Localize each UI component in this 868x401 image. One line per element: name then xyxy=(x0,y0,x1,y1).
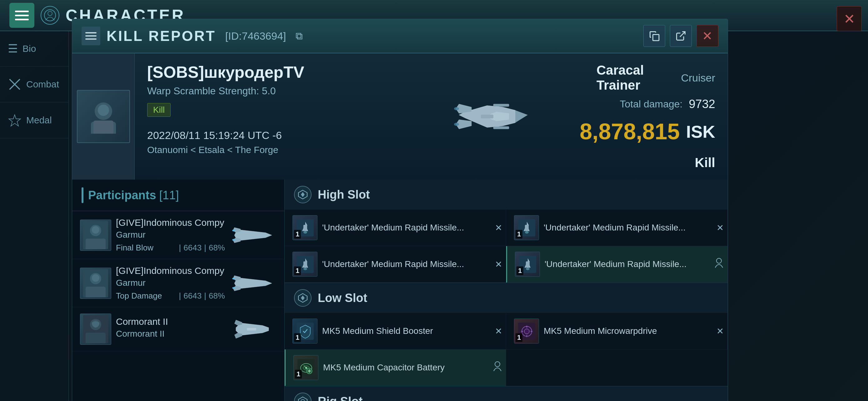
svg-point-26 xyxy=(232,278,235,279)
svg-line-6 xyxy=(680,32,685,37)
participants-title: Participants xyxy=(88,189,156,202)
character-icon xyxy=(41,6,59,25)
participant-item-3[interactable]: Cormorant II Cormorant II xyxy=(72,307,284,352)
svg-rect-15 xyxy=(481,114,493,119)
svg-point-51 xyxy=(524,329,529,334)
top-damage-label: Top Damage xyxy=(116,291,162,301)
cap-battery-icon: 1 xyxy=(293,355,318,380)
player-name: [SOBS]шкуродерTV xyxy=(147,63,384,81)
low-slot-section: Low Slot 1 MK5 Medium Shiel xyxy=(285,283,728,386)
svg-point-25 xyxy=(92,274,99,282)
low-slot-icon xyxy=(294,289,312,307)
svg-rect-11 xyxy=(493,104,509,106)
menu-button[interactable] xyxy=(9,3,34,28)
close-x-icon: ✕ xyxy=(702,29,713,43)
item-qty-hs3: 1 xyxy=(294,266,301,275)
svg-point-56 xyxy=(305,367,307,369)
low-slot-title: Low Slot xyxy=(318,291,367,305)
sidebar-item-medal[interactable]: Medal xyxy=(0,102,68,138)
svg-rect-35 xyxy=(303,225,307,231)
ship-class-type: Cruiser xyxy=(681,72,715,84)
missile-icon-4: 1 xyxy=(515,252,540,277)
item-name-hs3: 'Undertaker' Medium Rapid Missile... xyxy=(322,259,498,270)
ship-render-2 xyxy=(230,270,277,296)
high-slot-item-3[interactable]: 1 'Undertaker' Medium Rapid Missile... ✕ xyxy=(285,246,506,282)
kill-badge: Kill xyxy=(147,103,170,117)
sidebar-item-combat[interactable]: Combat xyxy=(0,67,68,102)
svg-point-19 xyxy=(92,226,99,234)
high-slot-section: High Slot xyxy=(285,179,728,283)
high-slot-item-2[interactable]: 1 'Undertaker' Medium Rapid Missile... ✕ xyxy=(506,209,728,246)
svg-rect-30 xyxy=(86,333,105,343)
svg-rect-32 xyxy=(247,328,256,330)
sidebar-combat-label: Combat xyxy=(26,79,59,90)
participants-count: [11] xyxy=(159,189,179,202)
slots-panel: High Slot xyxy=(285,179,728,401)
low-slot-header: Low Slot xyxy=(285,283,728,313)
ship-render-svg xyxy=(418,73,562,160)
kill-details-left: [SOBS]шкуродерTV Warp Scramble Strength:… xyxy=(135,54,397,179)
high-slot-item-1[interactable]: 1 'Undertaker' Medium Rapid Missile... ✕ xyxy=(285,209,506,246)
destroy-icon-hs3: ✕ xyxy=(495,259,502,269)
ship-class-name: Caracal Trainer xyxy=(596,63,673,93)
kill-stats-right: Caracal Trainer Cruiser Total damage: 97… xyxy=(584,54,728,179)
panel-menu-button[interactable] xyxy=(82,27,100,45)
participant-item-2[interactable]: [GIVE]Indominous Compy Garmur Top Damage… xyxy=(72,259,284,307)
panel-copy-icon[interactable]: ⧉ xyxy=(296,30,303,42)
item-name-ls3: MK5 Medium Capacitor Battery xyxy=(323,362,498,373)
low-slot-item-3[interactable]: 1 MK5 Medium Capacitor Battery xyxy=(285,349,506,386)
close-panel-button[interactable]: ✕ xyxy=(696,25,718,47)
isk-value: 8,878,815 xyxy=(580,119,680,144)
participant-item[interactable]: [GIVE]Indominous Compy Garmur Final Blow… xyxy=(72,211,284,259)
window-close-button[interactable]: ✕ xyxy=(837,6,862,31)
high-slot-item-4[interactable]: 1 'Undertaker' Medium Rapid Missile... xyxy=(506,246,728,282)
participant-name-2: [GIVE]Indominous Compy xyxy=(116,265,225,276)
svg-point-14 xyxy=(454,123,459,126)
svg-point-9 xyxy=(98,105,109,116)
rig-slot-title: Rig Slot xyxy=(318,395,363,401)
missile-icon-1: 1 xyxy=(292,215,317,240)
participant-info-2: [GIVE]Indominous Compy Garmur Top Damage… xyxy=(116,265,225,301)
destroy-icon-ls2: ✕ xyxy=(716,326,724,336)
participant-portrait-3 xyxy=(80,313,111,345)
combat-icon xyxy=(8,77,22,91)
item-qty-ls3: 1 xyxy=(295,370,302,378)
item-qty-ls2: 1 xyxy=(516,333,522,342)
sidebar-medal-label: Medal xyxy=(26,115,52,126)
menu-icon: ☰ xyxy=(8,42,18,55)
shield-icon-1: 1 xyxy=(292,319,317,343)
player-avatar xyxy=(77,90,130,143)
sidebar-item-bio[interactable]: ☰ Bio xyxy=(0,31,68,67)
svg-rect-24 xyxy=(86,287,105,297)
panel-id: [ID:7463694] xyxy=(225,30,286,42)
svg-rect-41 xyxy=(303,261,307,268)
ship-render-3 xyxy=(230,316,277,343)
owner-icon-ls3 xyxy=(493,361,502,374)
low-slot-item-1[interactable]: 1 MK5 Medium Shield Booster ✕ xyxy=(285,313,506,349)
participant-pct-2: 68% xyxy=(209,291,225,301)
svg-point-45 xyxy=(526,268,530,270)
missile-icon-3: 1 xyxy=(292,252,317,277)
high-slot-title: High Slot xyxy=(318,188,370,201)
rig-slot-icon xyxy=(294,393,312,401)
ship-display xyxy=(397,54,584,179)
kill-info-header: [SOBS]шкуродерTV Warp Scramble Strength:… xyxy=(72,54,728,179)
panel-header-actions: ✕ xyxy=(643,25,718,47)
rig-slot-header: Rig Slot xyxy=(285,386,728,401)
svg-rect-38 xyxy=(525,225,529,231)
high-slot-items: 1 'Undertaker' Medium Rapid Missile... ✕ xyxy=(285,209,728,282)
window-close-icon: ✕ xyxy=(844,11,855,27)
final-blow-label: Final Blow xyxy=(116,243,153,253)
item-name-hs4: 'Undertaker' Medium Rapid Missile... xyxy=(545,259,720,270)
svg-point-27 xyxy=(232,287,235,289)
participant-portrait-2 xyxy=(80,268,111,299)
low-slot-item-2[interactable]: 1 MK5 Medium Microwarpdrive ✕ xyxy=(506,313,728,349)
item-qty-hs4: 1 xyxy=(517,266,523,275)
copy-button[interactable] xyxy=(643,25,665,47)
participants-panel: Participants [11] [GIVE]Indominous Compy… xyxy=(72,179,285,401)
participants-bar xyxy=(82,188,84,203)
export-button[interactable] xyxy=(670,25,692,47)
sidebar-bio-label: Bio xyxy=(23,43,36,54)
total-damage-label: Total damage: xyxy=(620,98,682,110)
svg-point-21 xyxy=(232,239,235,241)
